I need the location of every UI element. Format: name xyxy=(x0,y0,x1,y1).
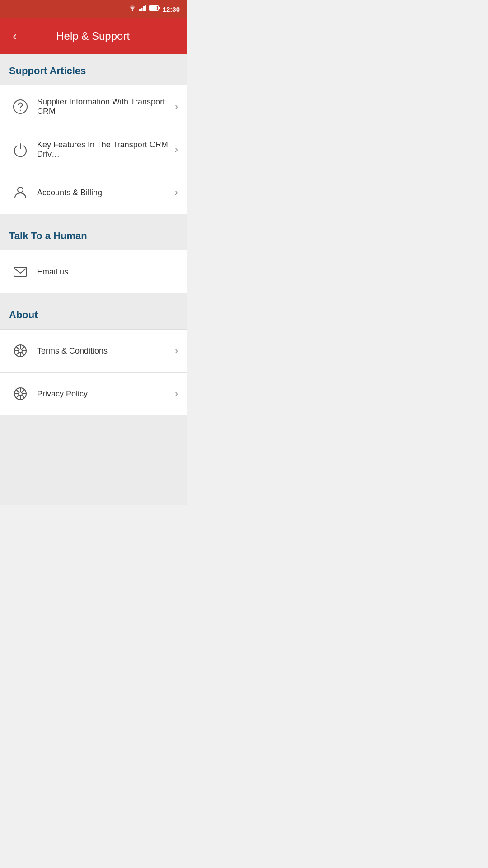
svg-point-9 xyxy=(20,110,21,111)
key-features-chevron: › xyxy=(175,144,178,156)
question-circle-icon xyxy=(9,95,32,118)
gap-1 xyxy=(0,214,187,219)
svg-rect-11 xyxy=(14,267,27,276)
svg-line-31 xyxy=(17,395,19,397)
status-time: 12:30 xyxy=(163,5,180,13)
svg-line-20 xyxy=(22,347,24,349)
talk-to-human-title: Talk To a Human xyxy=(9,230,178,242)
key-features-label: Key Features In The Transport CRM Driv… xyxy=(32,140,175,159)
privacy-policy-item[interactable]: Privacy Policy › xyxy=(0,373,187,415)
svg-rect-4 xyxy=(145,5,146,11)
bottom-filler xyxy=(0,415,187,505)
status-icons: 12:30 xyxy=(128,5,180,13)
email-us-label: Email us xyxy=(32,267,178,277)
terms-conditions-chevron: › xyxy=(175,345,178,357)
svg-point-0 xyxy=(131,10,132,11)
svg-line-29 xyxy=(22,395,24,397)
email-icon xyxy=(9,260,32,283)
status-bar: 12:30 xyxy=(0,0,187,18)
svg-line-18 xyxy=(17,347,19,349)
supplier-info-item[interactable]: Supplier Information With Transport CRM … xyxy=(0,85,187,128)
email-us-item[interactable]: Email us xyxy=(0,250,187,293)
key-features-item[interactable]: Key Features In The Transport CRM Driv… … xyxy=(0,128,187,171)
about-section-header: About xyxy=(0,298,187,330)
support-articles-title: Support Articles xyxy=(9,65,178,77)
svg-line-19 xyxy=(22,352,24,354)
about-title: About xyxy=(9,309,178,321)
support-articles-list: Supplier Information With Transport CRM … xyxy=(0,85,187,214)
talk-to-human-list: Email us xyxy=(0,250,187,293)
header: ‹ Help & Support xyxy=(0,18,187,54)
person-icon xyxy=(9,181,32,204)
page-title: Help & Support xyxy=(26,30,160,42)
support-articles-section-header: Support Articles xyxy=(0,54,187,85)
wifi-icon xyxy=(128,5,136,13)
svg-point-13 xyxy=(19,349,22,353)
svg-rect-2 xyxy=(141,8,142,11)
accounts-billing-item[interactable]: Accounts & Billing › xyxy=(0,171,187,214)
svg-rect-7 xyxy=(150,6,157,10)
about-list: Terms & Conditions › Privacy Policy › xyxy=(0,330,187,415)
svg-line-21 xyxy=(17,352,19,354)
svg-line-30 xyxy=(22,390,24,392)
accounts-billing-label: Accounts & Billing xyxy=(32,188,175,198)
svg-rect-3 xyxy=(143,6,145,11)
signal-icon xyxy=(139,5,146,13)
svg-rect-6 xyxy=(158,7,160,9)
accounts-billing-chevron: › xyxy=(175,187,178,198)
battery-icon xyxy=(149,5,160,13)
gap-2 xyxy=(0,293,187,298)
svg-rect-1 xyxy=(139,9,141,11)
svg-point-8 xyxy=(14,100,27,113)
talk-to-human-section-header: Talk To a Human xyxy=(0,219,187,250)
supplier-info-label: Supplier Information With Transport CRM xyxy=(32,97,175,116)
svg-point-23 xyxy=(19,392,22,396)
supplier-info-chevron: › xyxy=(175,101,178,113)
power-icon xyxy=(9,138,32,161)
back-button[interactable]: ‹ xyxy=(9,26,20,46)
terms-conditions-item[interactable]: Terms & Conditions › xyxy=(0,330,187,373)
wheel-icon-terms xyxy=(9,340,32,362)
privacy-policy-label: Privacy Policy xyxy=(32,389,175,399)
svg-point-10 xyxy=(18,187,23,193)
wheel-icon-privacy xyxy=(9,382,32,405)
svg-line-28 xyxy=(17,390,19,392)
terms-conditions-label: Terms & Conditions xyxy=(32,346,175,356)
privacy-policy-chevron: › xyxy=(175,388,178,400)
